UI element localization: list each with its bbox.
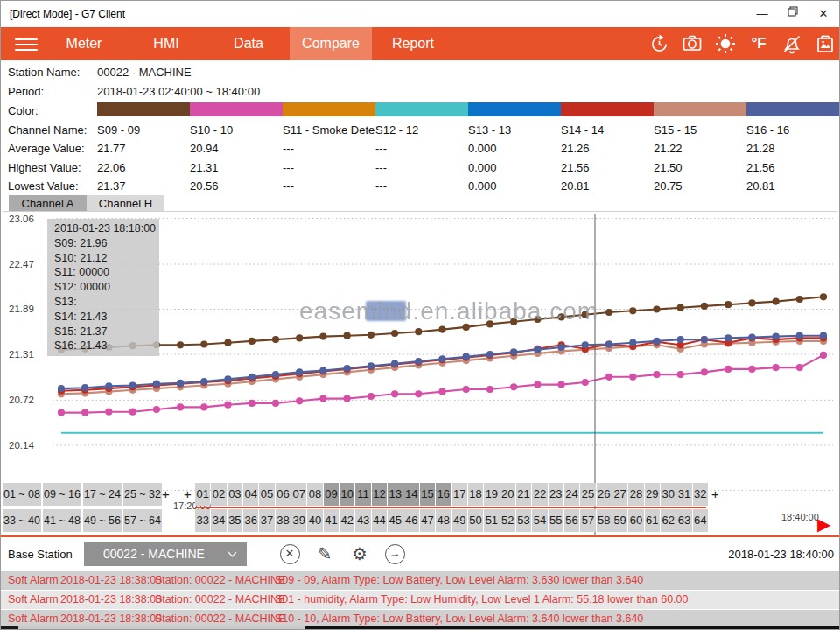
channel-button-37[interactable]: 37 (259, 509, 274, 532)
channel-button-25[interactable]: 25 (580, 483, 595, 506)
channel-button-56[interactable]: 56 (564, 509, 579, 532)
tab-channel-a[interactable]: Channel A (9, 195, 87, 212)
channel-button-38[interactable]: 38 (276, 509, 290, 532)
channel-button-34[interactable]: 34 (211, 509, 226, 532)
channel-button-23[interactable]: 23 (549, 483, 564, 506)
channel-button-07[interactable]: 07 (291, 483, 306, 506)
hamburger-menu-icon[interactable] (15, 35, 38, 52)
channel-button-28[interactable]: 28 (628, 483, 643, 506)
channel-button-21[interactable]: 21 (516, 483, 531, 506)
channel-button-32[interactable]: 32 (693, 483, 708, 506)
expand-plus-2[interactable]: + (184, 486, 192, 501)
channel-button-36[interactable]: 36 (243, 509, 258, 532)
channel-range-button-25-32[interactable]: 25 ~ 32 (123, 483, 162, 506)
channel-button-33[interactable]: 33 (195, 509, 210, 532)
channel-button-06[interactable]: 06 (276, 483, 290, 506)
channel-range-button-49-56[interactable]: 49 ~ 56 (83, 509, 122, 532)
sync-icon[interactable] (648, 33, 669, 54)
channel-button-04[interactable]: 04 (243, 483, 258, 506)
channel-button-17[interactable]: 17 (452, 483, 467, 506)
channel-button-48[interactable]: 48 (436, 509, 451, 532)
channel-button-42[interactable]: 42 (340, 509, 354, 532)
nav-item-report[interactable]: Report (372, 27, 454, 60)
channel-button-45[interactable]: 45 (388, 509, 402, 532)
channel-button-30[interactable]: 30 (661, 483, 676, 506)
expand-plus-3[interactable]: + (711, 486, 719, 501)
channel-button-13[interactable]: 13 (388, 483, 402, 506)
channel-button-18[interactable]: 18 (468, 483, 483, 506)
fahrenheit-icon[interactable]: °F (748, 33, 769, 54)
channel-button-50[interactable]: 50 (468, 509, 483, 532)
channel-button-61[interactable]: 61 (645, 509, 660, 532)
edit-button[interactable]: ✎ (312, 542, 337, 566)
nav-item-compare[interactable]: Compare (290, 27, 372, 60)
alarm-row[interactable]: Soft Alarm2018-01-23 18:38:00Station: 00… (1, 571, 840, 590)
minimize-button[interactable]: — (749, 4, 775, 24)
channel-button-40[interactable]: 40 (307, 509, 322, 532)
channel-button-08[interactable]: 08 (307, 483, 322, 506)
restore-button[interactable] (780, 4, 806, 24)
channel-button-60[interactable]: 60 (628, 509, 643, 532)
channel-button-09[interactable]: 09 (324, 483, 339, 506)
expand-plus-1[interactable]: + (162, 486, 170, 501)
channel-button-35[interactable]: 35 (228, 509, 242, 532)
channel-button-22[interactable]: 22 (532, 483, 547, 506)
channel-button-15[interactable]: 15 (420, 483, 435, 506)
channel-button-29[interactable]: 29 (645, 483, 660, 506)
alarm-mute-icon[interactable] (781, 33, 802, 54)
close-button[interactable]: ✕ (810, 4, 836, 24)
channel-button-46[interactable]: 46 (403, 509, 418, 532)
next-page-arrow[interactable]: ▶ (817, 514, 830, 535)
channel-button-14[interactable]: 14 (403, 483, 418, 506)
nav-item-meter[interactable]: Meter (43, 27, 125, 60)
channel-button-43[interactable]: 43 (355, 509, 370, 532)
channel-button-02[interactable]: 02 (211, 483, 226, 506)
settings-button[interactable]: ⚙ (347, 542, 372, 566)
base-station-dropdown[interactable]: 00022 - MACHINE (84, 542, 247, 566)
channel-button-03[interactable]: 03 (228, 483, 242, 506)
channel-button-26[interactable]: 26 (597, 483, 612, 506)
channel-range-button-17-24[interactable]: 17 ~ 24 (83, 483, 122, 506)
nav-item-data[interactable]: Data (207, 27, 290, 60)
snapshot-gallery-icon[interactable] (815, 33, 836, 54)
channel-button-51[interactable]: 51 (484, 509, 499, 532)
channel-button-57[interactable]: 57 (580, 509, 595, 532)
channel-button-11[interactable]: 11 (355, 483, 370, 506)
channel-button-49[interactable]: 49 (452, 509, 467, 532)
alarm-row[interactable]: Soft Alarm2018-01-23 18:38:00Station: 00… (1, 591, 840, 609)
channel-button-20[interactable]: 20 (500, 483, 515, 506)
channel-button-19[interactable]: 19 (484, 483, 499, 506)
channel-range-button-33-40[interactable]: 33 ~ 40 (3, 509, 41, 532)
channel-button-47[interactable]: 47 (420, 509, 435, 532)
channel-button-01[interactable]: 01 (195, 483, 210, 506)
channel-button-41[interactable]: 41 (324, 509, 339, 532)
channel-button-62[interactable]: 62 (661, 509, 676, 532)
channel-button-53[interactable]: 53 (516, 509, 531, 532)
channel-button-55[interactable]: 55 (549, 509, 564, 532)
channel-button-12[interactable]: 12 (372, 483, 387, 506)
channel-button-58[interactable]: 58 (597, 509, 612, 532)
channel-range-button-01-08[interactable]: 01 ~ 08 (3, 483, 41, 506)
nav-item-hmi[interactable]: HMI (125, 27, 207, 60)
clear-button[interactable]: ✕ (277, 542, 302, 566)
channel-button-63[interactable]: 63 (676, 509, 691, 532)
channel-button-54[interactable]: 54 (532, 509, 547, 532)
channel-range-button-57-64[interactable]: 57 ~ 64 (123, 509, 162, 532)
brightness-icon[interactable] (715, 33, 736, 54)
channel-button-44[interactable]: 44 (372, 509, 387, 532)
channel-button-05[interactable]: 05 (259, 483, 274, 506)
channel-range-button-41-48[interactable]: 41 ~ 48 (43, 509, 81, 532)
channel-button-52[interactable]: 52 (500, 509, 515, 532)
channel-button-59[interactable]: 59 (612, 509, 627, 532)
channel-button-24[interactable]: 24 (564, 483, 579, 506)
channel-button-31[interactable]: 31 (676, 483, 691, 506)
tab-channel-h[interactable]: Channel H (87, 195, 164, 212)
channel-button-27[interactable]: 27 (612, 483, 627, 506)
channel-button-64[interactable]: 64 (693, 509, 708, 532)
channel-button-39[interactable]: 39 (291, 509, 306, 532)
go-button[interactable]: → (382, 542, 407, 566)
channel-button-16[interactable]: 16 (436, 483, 451, 506)
channel-range-button-09-16[interactable]: 09 ~ 16 (43, 483, 81, 506)
channel-button-10[interactable]: 10 (340, 483, 354, 506)
camera-icon[interactable] (682, 33, 703, 54)
